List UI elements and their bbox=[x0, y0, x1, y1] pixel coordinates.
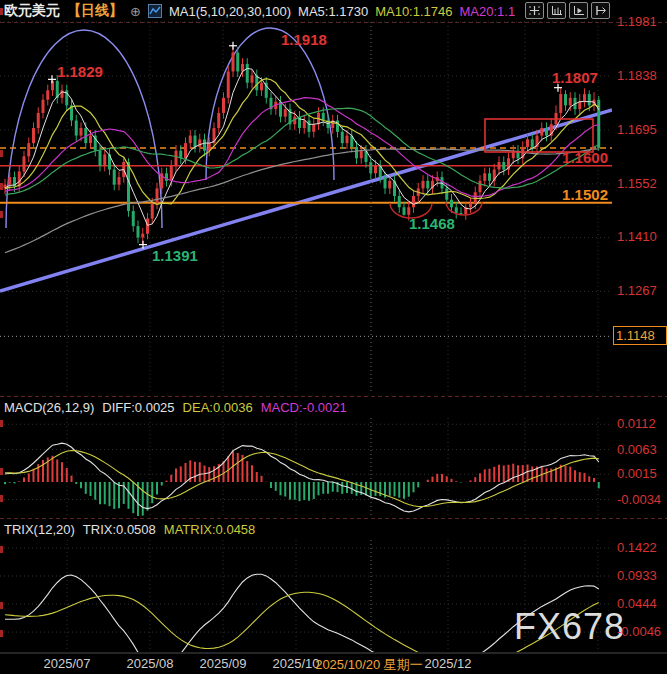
page-forward-icon[interactable] bbox=[591, 2, 610, 19]
gridlines bbox=[0, 22, 612, 652]
axis-zoom-icon[interactable] bbox=[547, 2, 566, 19]
trix-header: TRIX(12,20) TRIX:0.0508 MATRIX:0.0458 bbox=[4, 522, 255, 537]
left-edge-mark bbox=[0, 468, 3, 475]
trix-title: TRIX(12,20) bbox=[4, 522, 75, 537]
left-edge-mark bbox=[0, 150, 3, 157]
ma20-value: MA20:1.1 bbox=[460, 4, 516, 19]
ma5-value: MA5:1.1730 bbox=[298, 4, 368, 19]
timeframe-label: 【日线】 bbox=[67, 2, 123, 20]
ma-settings-label: MA1(5,10,20,30,100) bbox=[169, 4, 291, 19]
toolbar bbox=[525, 2, 610, 19]
left-edge-mark bbox=[0, 630, 3, 637]
arch-drawing bbox=[6, 30, 162, 228]
dea-line bbox=[5, 451, 599, 507]
macd-header: MACD(26,12,9) DIFF:0.0025 DEA:0.0036 MAC… bbox=[4, 400, 347, 415]
diff-line bbox=[5, 443, 599, 512]
left-edge-mark bbox=[0, 420, 3, 427]
main-panel bbox=[0, 28, 612, 291]
double-bottom-circle bbox=[390, 203, 432, 218]
chart-header: 欧元美元【日线】 ⊕ MA1(5,10,20,30,100) MA5:1.173… bbox=[0, 0, 515, 22]
consolidation-box bbox=[485, 119, 593, 152]
chart-canvas[interactable] bbox=[0, 0, 667, 674]
symbol-title: 欧元美元 bbox=[4, 2, 60, 20]
trix-line bbox=[5, 574, 599, 674]
left-edge-mark bbox=[0, 546, 3, 553]
macd-value: MACD:-0.0021 bbox=[261, 400, 347, 415]
matrix-line bbox=[5, 592, 599, 665]
macd-dea-value: DEA:0.0036 bbox=[183, 400, 253, 415]
chart-type-icon[interactable] bbox=[148, 4, 162, 18]
pan-icon[interactable] bbox=[525, 2, 544, 19]
left-edge-mark bbox=[0, 495, 3, 502]
add-indicator-icon[interactable]: ⊕ bbox=[130, 4, 141, 19]
macd-diff-value: DIFF:0.0025 bbox=[102, 400, 174, 415]
trix-value: TRIX:0.0508 bbox=[83, 522, 156, 537]
axis-play-icon[interactable] bbox=[569, 2, 588, 19]
left-edge-mark bbox=[0, 602, 3, 609]
trix-panel bbox=[5, 574, 599, 674]
ma10-value: MA10:1.1746 bbox=[375, 4, 452, 19]
watermark: FX678 bbox=[514, 606, 625, 648]
left-edge-mark bbox=[0, 211, 3, 218]
macd-title: MACD(26,12,9) bbox=[4, 400, 94, 415]
candles bbox=[4, 46, 601, 245]
matrix-value: MATRIX:0.0458 bbox=[164, 522, 256, 537]
left-edge-mark bbox=[0, 183, 3, 190]
macd-panel bbox=[5, 443, 599, 516]
